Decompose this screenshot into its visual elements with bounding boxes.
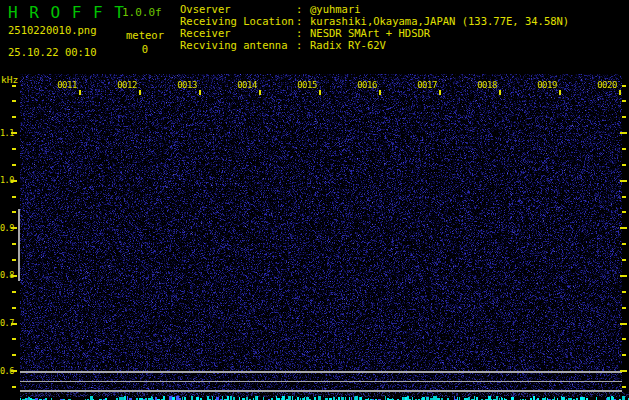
time-tick [619,90,621,95]
freq-tick-right [622,196,626,198]
freq-tick-left [12,85,16,87]
freq-tick-left [11,180,17,182]
time-label: 0014 [227,80,267,90]
freq-tick-right [620,227,627,229]
info-value: kurashiki,Okayama,JAPAN (133.77E, 34.58N… [310,15,569,27]
freq-tick-right [622,338,626,340]
time-label: 0016 [347,80,387,90]
observer-info: Ovserver:@yuhmari Receiving Location:kur… [180,3,569,51]
info-value: NESDR SMArt + HDSDR [310,27,430,39]
freq-tick-left [11,132,17,134]
freq-tick-right [622,211,626,213]
time-label: 0018 [467,80,507,90]
info-separator: : [296,3,310,15]
freq-tick-left [12,100,16,102]
info-label: Ovserver [180,3,296,15]
time-label: 0013 [167,80,207,90]
freq-tick-left [11,370,17,372]
freq-tick-right [622,291,626,293]
freq-tick-left [12,354,16,356]
info-row-observer: Ovserver:@yuhmari [180,3,569,15]
freq-tick-right [620,132,627,134]
freq-tick-right [622,164,626,166]
freq-tick-right [622,259,626,261]
freq-tick-left [12,386,16,388]
info-separator: : [296,15,310,27]
info-label: Recviving antenna [180,39,296,51]
left-edge-marker [18,209,20,280]
time-tick [379,90,381,95]
info-label: Receiving Location [180,15,296,27]
time-tick [559,90,561,95]
time-tick [139,90,141,95]
info-value: Radix RY-62V [310,39,386,51]
meteor-counter-label: meteor [124,29,166,41]
info-row-location: Receiving Location:kurashiki,Okayama,JAP… [180,15,569,27]
freq-tick-left [12,338,16,340]
info-separator: : [296,27,310,39]
reference-line [20,390,622,392]
freq-tick-left [12,196,16,198]
signal-level-strip [20,392,629,400]
info-label: Receiver [180,27,296,39]
app-title: H R O F F T [8,3,125,22]
freq-tick-right [622,148,626,150]
freq-tick-left [12,291,16,293]
timestamp: 25.10.22 00:10 [8,46,97,58]
freq-tick-left [11,227,17,229]
time-tick [79,90,81,95]
freq-tick-right [622,85,626,87]
freq-tick-left [12,259,16,261]
time-tick [259,90,261,95]
info-row-antenna: Recviving antenna:Radix RY-62V [180,39,569,51]
info-value: @yuhmari [310,3,361,15]
time-tick [499,90,501,95]
freq-tick-right [622,354,626,356]
time-label: 0015 [287,80,327,90]
app-version: 1.0.0f [122,6,162,19]
freq-tick-left [11,323,17,325]
time-label: 0011 [47,80,87,90]
freq-tick-right [620,180,627,182]
freq-tick-right [620,323,627,325]
time-tick [439,90,441,95]
freq-tick-right [620,275,627,277]
freq-tick-left [12,307,16,309]
freq-tick-right [622,243,626,245]
freq-tick-right [620,370,627,372]
reference-line [20,381,622,383]
freq-tick-right [622,307,626,309]
freq-tick-left [12,164,16,166]
time-label: 0012 [107,80,147,90]
spectrogram-noise-canvas [20,74,622,392]
time-tick [319,90,321,95]
freq-tick-left [12,148,16,150]
freq-tick-right [622,386,626,388]
reference-line [20,371,622,373]
time-label: 0017 [407,80,447,90]
freq-tick-left [12,211,16,213]
time-label: 0019 [527,80,567,90]
freq-tick-left [12,116,16,118]
freq-tick-right [622,100,626,102]
output-filename: 2510220010.png [8,24,97,36]
info-separator: : [296,39,310,51]
time-label: 0020 [587,80,627,90]
freq-tick-right [622,116,626,118]
freq-tick-left [11,275,17,277]
hrofft-window: H R O F F T 1.0.0f 2510220010.png meteor… [0,0,629,400]
freq-unit-label: kHz [1,74,18,85]
time-tick [199,90,201,95]
meteor-counter-value: 0 [124,43,166,55]
info-row-receiver: Receiver:NESDR SMArt + HDSDR [180,27,569,39]
freq-tick-left [12,243,16,245]
